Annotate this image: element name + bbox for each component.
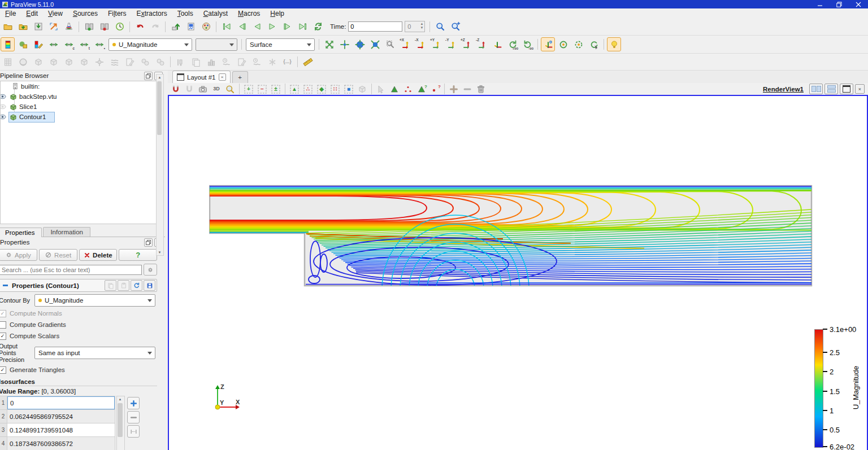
visibility-icon[interactable] [0,94,7,99]
stream-tracer-icon[interactable] [107,55,121,69]
tab-information[interactable]: Information [43,227,90,237]
isosurface-value-row[interactable]: 40.1873487609386572 [0,437,115,450]
help-button[interactable]: ? [119,249,157,261]
interactive-select-cursor-icon[interactable] [375,83,387,95]
rotate-90-ccw-icon[interactable]: -90 [520,37,535,51]
glyph-icon[interactable] [92,55,106,69]
float-dock-icon[interactable] [144,238,153,247]
properties-section-header[interactable]: Properties (Contour1) [0,279,157,292]
split-vertical-button[interactable] [824,84,838,94]
set-view-minus-x-icon[interactable]: -X [414,37,428,51]
toggle-2d3d-icon[interactable]: 3D [210,83,223,95]
clip-icon[interactable] [31,55,45,69]
isosurface-value-row[interactable]: 30.1248991739591048 [0,423,115,437]
extract-subset-icon[interactable] [77,55,91,69]
set-view-plus-x-icon[interactable]: +X [398,37,413,51]
calculator-icon[interactable] [1,55,15,69]
select-block-icon[interactable]: ■ [342,83,355,95]
show-center-of-rotation-icon[interactable] [556,37,570,51]
select-cells-poly-icon[interactable]: ◆ [315,83,328,95]
float-dock-icon[interactable] [144,72,153,80]
add-selection-icon[interactable]: + [242,83,255,95]
extract-selection-icon[interactable] [189,55,203,69]
paste-properties-icon[interactable] [118,280,129,291]
expression-icon[interactable]: {...} [280,55,294,69]
hover-cells-icon[interactable]: ? [415,83,428,95]
previous-frame-icon[interactable] [235,20,249,34]
color-array-dropdown[interactable]: U_Magnitude [108,38,192,51]
set-view-minus-z-icon[interactable]: -Z [475,37,489,51]
rescale-to-data-icon[interactable] [46,37,60,51]
pipeline-item-builtin-[interactable]: builtin: [1,81,162,91]
toggle-color-legend-icon[interactable] [1,37,15,51]
zoom-to-data-icon[interactable] [433,20,447,34]
close-view-button[interactable]: × [855,84,865,94]
subtract-selection-icon[interactable]: − [256,83,268,95]
menu-extractors[interactable]: Extractors [132,9,172,18]
panel-scrollbar[interactable]: ▲▼ [156,74,164,256]
warp-icon[interactable] [123,55,137,69]
programmable-filter-icon[interactable] [235,55,249,69]
camera-unlink-icon[interactable] [183,83,196,95]
center-axes-visibility-icon[interactable] [541,37,555,51]
python-calculator-icon[interactable] [250,55,264,69]
contour-icon[interactable] [16,55,30,69]
menu-filters[interactable]: Filters [103,9,132,18]
select-cells-rect-icon[interactable]: ▲ [288,83,301,95]
search-options-gear-icon[interactable] [144,264,157,276]
time-index-spinner[interactable]: 0▲▼ [405,21,425,32]
choose-preset-icon[interactable] [16,37,30,51]
interactive-select-points-icon[interactable] [402,83,414,95]
adjust-color-map-icon[interactable] [184,20,198,34]
menu-view[interactable]: View [43,9,68,18]
save-animation-icon[interactable] [46,20,60,34]
slice-icon[interactable] [46,55,60,69]
threshold-icon[interactable] [62,55,76,69]
restore-button[interactable] [830,0,849,8]
rotate-90-cw-icon[interactable]: +90 [505,37,519,51]
plot-over-time-icon[interactable] [219,55,233,69]
menu-file[interactable]: File [0,9,21,18]
pick-rotation-center-icon[interactable] [587,37,601,51]
set-view-plus-z-icon[interactable]: +Z [459,37,474,51]
select-frustum-icon[interactable] [356,83,368,95]
connect-server-icon[interactable] [82,20,96,34]
first-frame-icon[interactable] [219,20,233,34]
interactive-select-cells-icon[interactable] [388,83,401,95]
isosurface-value-list[interactable]: 1020.062449586979552430.1248991739591048… [0,396,115,450]
isosurface-value-row[interactable]: 20.0624495869795524 [0,410,115,423]
isosurface-value-row[interactable]: 10 [0,396,115,410]
histogram-icon[interactable] [204,55,218,69]
reload-properties-icon[interactable] [131,280,142,291]
rescale-temporal-icon[interactable]: t [77,37,91,51]
time-input[interactable] [348,21,402,32]
split-horizontal-button[interactable] [809,84,823,94]
save-defaults-icon[interactable] [144,280,155,291]
list-scrollbar[interactable]: ▲▼ [116,396,125,450]
close-tab-icon[interactable]: × [219,73,226,81]
next-frame-icon[interactable] [280,20,294,34]
isosurface-value[interactable]: 0.1248991739591048 [7,423,115,436]
extract-group-icon[interactable] [153,55,167,69]
visibility-off-icon[interactable] [0,104,7,110]
adjust-camera-icon[interactable] [197,83,209,95]
menu-sources[interactable]: Sources [68,9,103,18]
maximize-view-button[interactable] [840,84,853,94]
menu-edit[interactable]: Edit [21,9,43,18]
reset-session-icon[interactable] [112,20,127,34]
tab-layout1[interactable]: Layout #1 × [172,71,231,83]
select-points-poly-icon[interactable]: ∷ [329,83,341,95]
save-data-icon[interactable] [16,20,30,34]
isosurface-value[interactable]: 0.0624495869795524 [7,410,115,423]
search-input[interactable] [0,265,142,275]
temporal-interpolator-icon[interactable] [265,55,279,69]
menu-catalyst[interactable]: Catalyst [198,9,233,18]
set-rotation-center-icon[interactable] [571,37,585,51]
zoom-interactive-icon[interactable] [224,83,236,95]
checkbox[interactable]: ✓ [0,333,6,340]
tab-properties[interactable]: Properties [0,228,42,237]
edit-color-map-icon[interactable] [31,37,45,51]
render-viewport[interactable]: Z Y X 3.1e+002.521.510.56.2e-02 U_Magnit… [168,95,868,450]
headlight-icon[interactable] [607,37,621,51]
save-screenshot-icon[interactable] [31,20,45,34]
